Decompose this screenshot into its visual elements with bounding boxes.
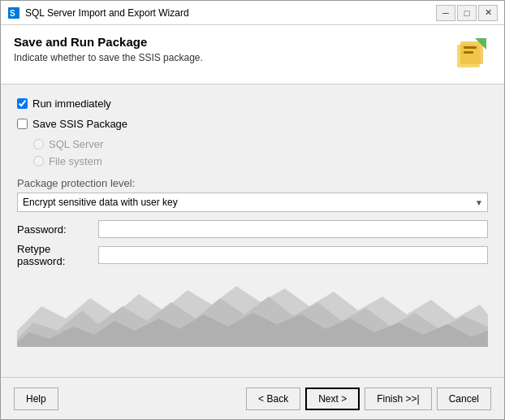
sql-server-label: SQL Server <box>49 138 103 150</box>
svg-rect-5 <box>464 46 477 49</box>
retype-password-label: Retype password: <box>17 243 98 267</box>
save-ssis-checkbox[interactable] <box>17 119 28 129</box>
protection-level-select[interactable]: Encrypt sensitive data with user key Do … <box>17 193 488 212</box>
retype-password-row: Retype password: <box>17 243 488 267</box>
save-ssis-label: Save SSIS Package <box>32 118 127 130</box>
password-row: Password: <box>17 220 488 238</box>
back-button[interactable]: < Back <box>246 388 300 410</box>
header-text: Save and Run Package Indicate whether to… <box>14 35 203 63</box>
minimize-button[interactable]: ─ <box>436 5 455 21</box>
terrain-decoration <box>17 274 488 347</box>
password-label: Password: <box>17 223 98 236</box>
run-immediately-row: Run immediately <box>17 97 488 110</box>
finish-button[interactable]: Finish >>| <box>365 388 431 410</box>
maximize-button[interactable]: □ <box>457 5 477 21</box>
file-system-label: File system <box>49 155 102 167</box>
window-controls: ─ □ ✕ <box>436 5 498 21</box>
sql-server-row: SQL Server <box>33 138 488 150</box>
svg-rect-6 <box>464 51 473 54</box>
app-icon: S <box>7 6 20 19</box>
protection-level-label: Package protection level: <box>17 177 488 189</box>
run-immediately-label: Run immediately <box>32 97 111 110</box>
retype-password-input[interactable] <box>98 246 488 264</box>
protection-level-group: Package protection level: Encrypt sensit… <box>17 177 488 212</box>
password-input[interactable] <box>98 220 488 238</box>
file-system-row: File system <box>33 155 488 167</box>
footer-left: Help <box>14 388 246 410</box>
ssis-icon <box>452 35 491 74</box>
radio-group: SQL Server File system <box>33 138 488 167</box>
save-ssis-row: Save SSIS Package <box>17 118 488 130</box>
page-title: Save and Run Package <box>14 35 203 49</box>
main-window: S SQL Server Import and Export Wizard ─ … <box>0 0 505 420</box>
header: Save and Run Package Indicate whether to… <box>1 25 504 84</box>
file-system-radio[interactable] <box>33 156 44 167</box>
help-button[interactable]: Help <box>14 388 58 410</box>
close-button[interactable]: ✕ <box>478 5 498 21</box>
sql-server-radio[interactable] <box>33 139 44 149</box>
protection-dropdown-wrapper: Encrypt sensitive data with user key Do … <box>17 193 488 212</box>
mountains-svg <box>17 274 488 347</box>
run-immediately-checkbox[interactable] <box>17 98 28 109</box>
cancel-button[interactable]: Cancel <box>437 388 491 410</box>
window-title: SQL Server Import and Export Wizard <box>25 7 436 19</box>
page-subtitle: Indicate whether to save the SSIS packag… <box>14 52 203 63</box>
footer-right: < Back Next > Finish >>| Cancel <box>246 388 491 410</box>
content-area: Run immediately Save SSIS Package SQL Se… <box>1 84 504 377</box>
svg-text:S: S <box>10 9 15 18</box>
title-bar: S SQL Server Import and Export Wizard ─ … <box>1 1 504 25</box>
next-button[interactable]: Next > <box>305 388 360 410</box>
footer: Help < Back Next > Finish >>| Cancel <box>1 377 504 419</box>
